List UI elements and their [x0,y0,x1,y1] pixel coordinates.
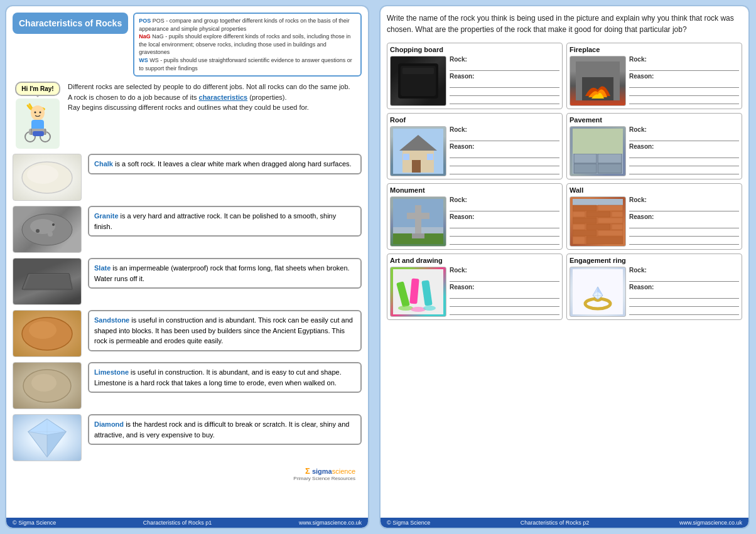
reason-field-wall: Reason: [629,213,739,245]
svg-rect-48 [573,129,623,154]
rock-label-wall: Rock: [629,196,739,203]
cell-content-roof: Rock: Reason: [390,126,559,176]
rock-line-chopping [450,63,559,71]
cell-fields-fireplace: Rock: Reason: [629,56,739,104]
nag-text: NaG - pupils should explore different ki… [139,33,350,55]
rock-line-roof [450,134,559,141]
cell-title-ring: Engagement ring [570,257,739,264]
cell-title-roof: Roof [390,116,559,124]
reason-label-wall: Reason: [629,213,739,220]
svg-point-14 [27,165,58,184]
cell-title-wall: Wall [570,186,739,194]
reason-line3-art [450,309,559,315]
cell-title-pavement: Pavement [570,116,739,124]
rock-row-granite: Granite is a very hard and attractive ro… [13,206,362,253]
svg-point-3 [31,105,45,120]
reason-line1-monument [450,221,559,228]
reason-line1-wall [629,221,739,228]
reason-line2-roof [450,160,559,166]
cell-fields-art: Rock: Reason: [450,267,559,315]
rock-img-granite [13,206,82,253]
svg-rect-53 [407,213,429,219]
svg-marker-28 [47,432,66,457]
reason-line2-pavement [629,160,739,166]
reason-label-roof: Reason: [450,143,559,150]
svg-rect-66 [612,224,623,230]
reason-field-art: Reason: [450,284,559,315]
cell-content-chopping: Rock: Reason: [390,56,559,106]
cell-fields-wall: Rock: Reason: [629,196,739,245]
reason-field-fireplace: Reason: [629,73,739,104]
reason-field-ring: Reason: [629,284,739,315]
rock-desc-chalk: Chalk is a soft rock. It leaves a clear … [88,154,362,174]
right-instruction: Write the name of the rock you think is … [387,13,742,35]
rock-img-slate [13,258,82,305]
cell-img-roof [390,126,446,176]
reason-line3-ring [629,309,739,315]
ws-text: WS - pupils should use straightforward s… [139,57,352,72]
rock-row-chalk: Chalk is a soft rock. It leaves a clear … [13,154,362,201]
svg-point-17 [36,229,40,233]
svg-rect-46 [574,164,597,173]
cell-title-monument: Monument [390,186,559,194]
ws-label: WS [139,57,148,63]
activity-cell-chopping: Chopping board Rock: Reason: [387,43,563,109]
footer-center-left: Characteristics of Rocks p1 [143,520,212,526]
footer-center-right: Characteristics of Rocks p2 [521,520,590,526]
svg-rect-12 [33,131,44,136]
curriculum-box: POS POS - compare and group together dif… [133,13,362,77]
diamond-name: Diamond [94,420,124,428]
rock-label-monument: Rock: [450,196,559,203]
rock-line-wall [629,204,739,211]
svg-rect-69 [573,237,585,244]
svg-rect-62 [573,218,597,223]
cell-content-art: Rock: Reason: [390,267,559,317]
sigma-science-text: science [332,467,355,475]
svg-point-16 [30,219,55,234]
svg-rect-61 [612,211,623,217]
cell-content-monument: Rock: Reason: [390,196,559,247]
svg-rect-57 [573,205,597,211]
footer-left-right: © Sigma Science [387,520,430,526]
cell-title-chopping: Chopping board [390,46,559,53]
ray-figure: Hi I'm Ray! [13,82,63,149]
footer-left-left: © Sigma Science [13,520,56,526]
cell-img-fireplace [570,56,626,106]
rock-field-wall: Rock: [629,196,739,211]
svg-rect-44 [574,154,597,163]
rock-field-pavement: Rock: [629,126,739,141]
svg-point-5 [39,111,41,113]
rock-field-monument: Rock: [450,196,559,211]
reason-line1-roof [450,151,559,158]
reason-line1-chopping [450,80,559,88]
rock-field-fireplace: Rock: [629,56,739,71]
activities-grid: Chopping board Rock: Reason: [387,43,742,320]
left-footer: © Sigma Science Characteristics of Rocks… [6,518,368,528]
svg-point-19 [48,232,53,237]
chalk-desc: is a soft rock. It leaves a clear white … [115,160,352,168]
reason-field-chopping: Reason: [450,73,559,104]
reason-line2-ring [629,301,739,307]
rock-desc-granite: Granite is a very hard and attractive ro… [88,206,362,237]
limestone-desc: is useful in construction. It is abundan… [94,368,342,387]
rock-field-roof: Rock: [450,126,559,141]
svg-rect-63 [598,218,623,223]
svg-rect-40 [412,160,421,173]
activity-cell-roof: Roof [387,113,563,179]
rock-img-diamond [13,414,82,461]
left-header: Characteristics of Rocks POS POS - compa… [13,13,362,77]
reason-field-pavement: Reason: [629,143,739,174]
cell-content-ring: Rock: Reason: [570,267,739,317]
intro-text: Different rocks are selected by people t… [68,82,362,113]
svg-rect-54 [412,233,424,238]
cell-fields-monument: Rock: Reason: [450,196,559,245]
slate-name: Slate [94,264,111,272]
cell-img-pavement [570,126,626,176]
svg-point-4 [34,111,36,113]
activity-cell-pavement: Pavement [566,113,742,179]
right-footer: © Sigma Science Characteristics of Rocks… [381,518,748,528]
svg-marker-29 [28,432,47,457]
rock-img-sandstone [13,310,82,357]
reason-line2-monument [450,230,559,237]
rock-desc-sandstone: Sandstone is useful in construction and … [88,310,362,351]
